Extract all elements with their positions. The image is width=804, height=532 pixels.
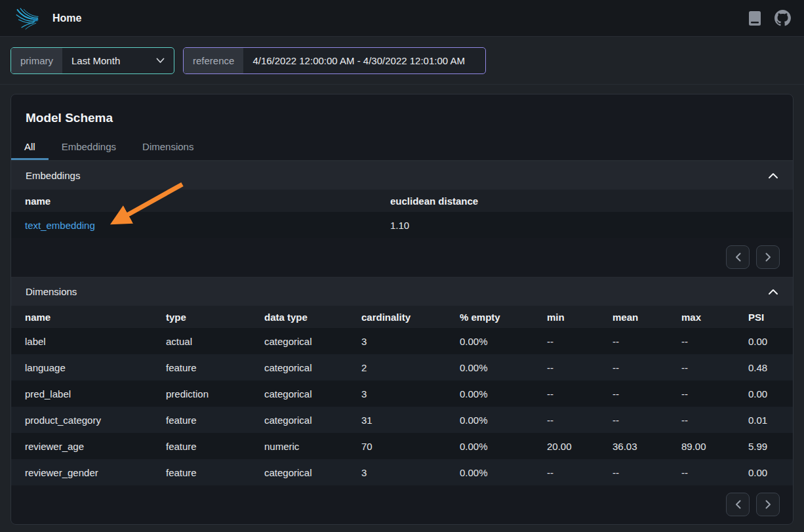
chevron-left-icon [735,500,741,509]
cell-type: feature [152,354,251,380]
cell-cardinality: 2 [348,354,446,380]
table-row: reviewer_gender feature categorical 3 0.… [11,459,793,485]
collapse-chevron-up-icon[interactable] [768,286,778,298]
github-icon[interactable] [774,10,791,26]
dimensions-prev-page-button[interactable] [726,493,750,516]
phoenix-logo-icon[interactable] [13,5,41,32]
table-row: text_embedding 1.10 [11,212,793,238]
dimensions-next-page-button[interactable] [756,493,780,516]
cell-cardinality: 3 [348,328,446,354]
cell-name: reviewer_age [11,433,152,459]
tab-all-label: All [24,141,35,152]
cell-type: feature [152,407,251,433]
schema-tabs: All Embeddings Dimensions [11,137,793,161]
cell-name: label [11,328,152,354]
cell-euclidean-distance: 1.10 [376,212,793,238]
cell-pct-empty: 0.00% [446,380,533,407]
cell-data-type: categorical [251,380,348,407]
dimensions-section-header[interactable]: Dimensions [11,277,793,306]
cell-psi: 0.00 [734,328,793,354]
column-header-min: min [533,306,599,328]
nav-icons [748,10,791,26]
cell-name: pred_label [11,380,152,407]
cell-name: reviewer_gender [11,459,152,485]
embeddings-section: Embeddings name euclidean distance text_… [11,161,793,277]
column-header-mean: mean [599,306,668,328]
docs-book-icon[interactable] [748,11,761,26]
embeddings-table: name euclidean distance text_embedding 1… [11,190,793,238]
column-header-max: max [668,306,734,328]
cell-psi: 0.00 [734,380,793,407]
cell-max: -- [668,380,734,407]
cell-pct-empty: 0.00% [446,354,533,380]
cell-data-type: categorical [251,354,348,380]
table-row: reviewer_age feature numeric 70 0.00% 20… [11,433,793,459]
cell-mean: -- [599,354,668,380]
chevron-right-icon [765,500,771,509]
dimensions-section: Dimensions name type data type cardina [11,277,793,524]
model-schema-panel: Model Schema All Embeddings Dimensions E… [10,94,794,525]
cell-max: -- [668,459,734,485]
cell-min: 20.00 [533,433,599,459]
cell-min: -- [533,407,599,433]
cell-min: -- [533,354,599,380]
chevron-right-icon [765,253,771,262]
chevron-down-icon [156,48,174,73]
table-row: product_category feature categorical 31 … [11,407,793,433]
tab-embeddings[interactable]: Embeddings [49,137,129,160]
cell-type: feature [152,459,251,485]
cell-data-type: categorical [251,459,348,485]
tab-embeddings-label: Embeddings [62,141,116,152]
column-header-data-type: data type [251,306,348,328]
cell-cardinality: 3 [348,459,446,485]
cell-max: -- [668,407,734,433]
tab-all[interactable]: All [11,137,49,160]
cell-name: language [11,354,152,380]
primary-dataset-select[interactable]: primary Last Month [10,47,174,74]
column-header-name: name [11,190,376,212]
dimensions-pagination [11,485,793,524]
nav-title: Home [52,12,81,24]
chevron-left-icon [735,253,741,262]
cell-data-type: numeric [251,433,348,459]
cell-psi: 5.99 [734,433,793,459]
column-header-pct-empty: % empty [446,306,533,328]
embeddings-next-page-button[interactable] [756,245,780,269]
cell-type: feature [152,433,251,459]
dimensions-section-title: Dimensions [26,286,77,297]
cell-psi: 0.00 [734,459,793,485]
tab-dimensions[interactable]: Dimensions [129,137,207,160]
embeddings-pagination [11,238,793,277]
reference-input-value: 4/16/2022 12:00:00 AM - 4/30/2022 12:01:… [243,48,485,73]
filter-bar: primary Last Month reference 4/16/2022 1… [0,37,804,85]
cell-cardinality: 70 [348,433,446,459]
cell-pct-empty: 0.00% [446,407,533,433]
embeddings-section-header[interactable]: Embeddings [11,161,793,190]
embeddings-prev-page-button[interactable] [726,245,750,269]
page-title: Model Schema [11,94,793,127]
cell-data-type: categorical [251,328,348,354]
column-header-psi: PSI [734,306,793,328]
collapse-chevron-up-icon[interactable] [768,170,778,182]
embedding-link[interactable]: text_embedding [25,220,95,231]
cell-min: -- [533,380,599,407]
table-row: language feature categorical 2 0.00% -- … [11,354,793,380]
cell-name: product_category [11,407,152,433]
column-header-name: name [11,306,152,328]
primary-select-label: primary [11,48,62,73]
cell-cardinality: 31 [348,407,446,433]
tab-dimensions-label: Dimensions [142,141,193,152]
column-header-cardinality: cardinality [348,306,446,328]
cell-mean: 36.03 [599,433,668,459]
cell-min: -- [533,459,599,485]
cell-max: -- [668,328,734,354]
reference-input-label: reference [184,48,243,73]
cell-max: 89.00 [668,433,734,459]
column-header-euclidean-distance: euclidean distance [376,190,793,212]
cell-min: -- [533,328,599,354]
cell-mean: -- [599,459,668,485]
dimensions-header-row: name type data type cardinality % empty … [11,306,793,328]
primary-select-value: Last Month [62,48,156,73]
reference-range-input[interactable]: reference 4/16/2022 12:00:00 AM - 4/30/2… [183,47,486,74]
cell-embedding-name: text_embedding [11,212,376,238]
